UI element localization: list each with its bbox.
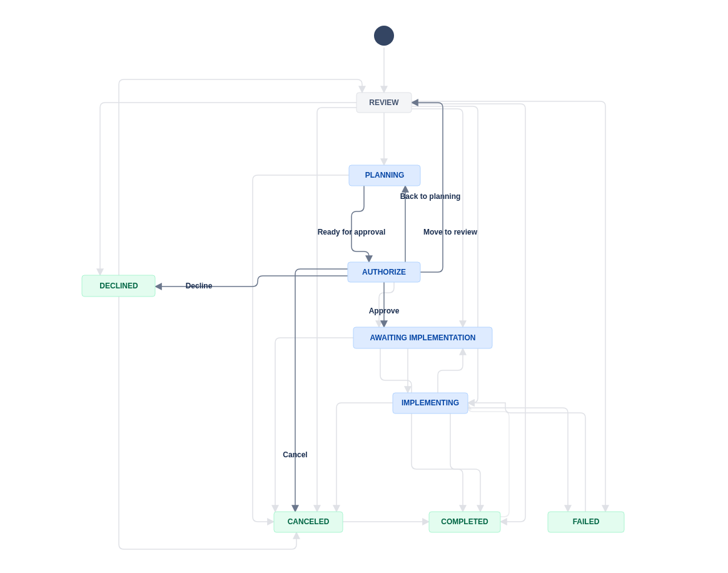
edge-implementing-awaiting bbox=[438, 348, 463, 393]
edge-awaiting-canceled bbox=[275, 338, 353, 512]
edge-authorize-review bbox=[412, 103, 443, 272]
node-declined-label: DECLINED bbox=[99, 281, 138, 290]
node-implementing-label: IMPLEMENTING bbox=[402, 398, 459, 407]
node-authorize[interactable]: AUTHORIZE bbox=[348, 262, 420, 282]
edge-review-declined bbox=[100, 103, 356, 275]
edge-implementing-completed bbox=[450, 413, 480, 512]
edge-review-completed bbox=[412, 104, 525, 522]
label-back-to-planning: Back to planning bbox=[400, 192, 461, 201]
node-completed-label: COMPLETED bbox=[441, 517, 488, 526]
edge-implementing-canceled bbox=[336, 403, 393, 512]
node-planning[interactable]: PLANNING bbox=[349, 165, 420, 186]
label-decline: Decline bbox=[186, 281, 213, 290]
node-declined[interactable]: DECLINED bbox=[82, 275, 155, 297]
node-failed-label: FAILED bbox=[573, 517, 600, 526]
workflow-diagram: Ready for approval Back to planning Move… bbox=[0, 0, 728, 573]
node-completed[interactable]: COMPLETED bbox=[429, 512, 500, 532]
node-implementing[interactable]: IMPLEMENTING bbox=[393, 393, 468, 413]
edge-authorize-declined bbox=[155, 276, 348, 286]
label-approve: Approve bbox=[369, 307, 400, 315]
start-node bbox=[374, 26, 394, 46]
node-review[interactable]: REVIEW bbox=[356, 93, 412, 113]
edge-planning-authorize bbox=[351, 186, 369, 262]
node-awaiting-label: AWAITING IMPLEMENTATION bbox=[370, 333, 476, 342]
edge-authorize-awaiting-light bbox=[379, 282, 394, 327]
node-canceled-label: CANCELED bbox=[288, 517, 330, 526]
label-move-to-review: Move to review bbox=[423, 228, 478, 236]
edge-completed-implementing bbox=[468, 403, 509, 517]
edge-review-awaiting bbox=[412, 109, 463, 327]
edge-planning-canceled bbox=[253, 175, 349, 522]
label-cancel: Cancel bbox=[283, 450, 307, 459]
node-canceled[interactable]: CANCELED bbox=[274, 512, 343, 532]
edge-review-failed bbox=[412, 101, 605, 512]
edge-implementing-failed bbox=[468, 408, 568, 512]
node-planning-label: PLANNING bbox=[365, 171, 405, 180]
edge-declined-canceled bbox=[119, 297, 296, 549]
edge-authorize-canceled bbox=[295, 269, 348, 512]
node-awaiting[interactable]: AWAITING IMPLEMENTATION bbox=[353, 327, 492, 348]
node-review-label: REVIEW bbox=[369, 98, 399, 107]
node-failed[interactable]: FAILED bbox=[548, 512, 624, 532]
edge-review-implementing bbox=[412, 106, 478, 403]
label-ready-for-approval: Ready for approval bbox=[318, 228, 386, 236]
node-authorize-label: AUTHORIZE bbox=[362, 268, 406, 276]
edge-declined-review bbox=[119, 79, 362, 275]
